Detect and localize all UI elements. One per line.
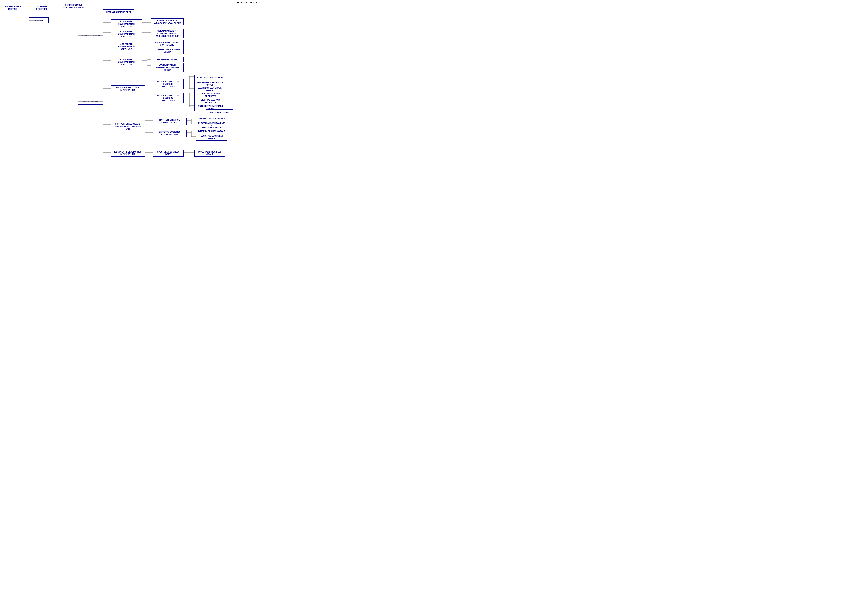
titanium-box: TITANIUM BUSINESS GROUP — [196, 116, 228, 122]
internal-audit-box: INTERNAL AUDITING DEPT. — [103, 9, 134, 15]
high-perf-dept-box: HIGH PERFORMANCE MATERIALS DEPT. — [153, 118, 187, 125]
rep-director-box: REPRESENTATIVE DIRECTOR PRESIDENT — [60, 3, 87, 10]
mat-sol-dept2-box: MATERIALS SOLUTION BUSINESS DEPT．, NO. 2 — [153, 93, 184, 103]
battery-dept-box: BATTERY & LOGISTICS EQUIPMENT DEPT. — [153, 130, 187, 137]
board-box: BOARD OF DIRECTORS — [29, 4, 54, 11]
auditor-box: AUDITOR — [29, 17, 49, 23]
logistics-group-box: LOGISTICS EQUIPMENT GROUP — [196, 134, 228, 141]
inv-dev-bu-box: INVESTMENT & DEVELOPMENT BUSINESS UNIT — [111, 150, 145, 156]
org-chart-page: As of APRIL 1ST, 2025 SHAREHOLDERS MEETI… — [0, 0, 260, 183]
corp-admin1-box: CORPORATE ADMINISTRATION DEPT．NO.1 — [111, 19, 142, 29]
inv-dept-box: INVESTMENT BUSINESS DEPT. — [153, 150, 184, 156]
dx-bpr-box: DX AND BPR GROUP — [150, 57, 184, 62]
corp-admin2-box: CORPORATE ADMINISTRATION DEPT．NO.2 — [111, 29, 142, 39]
mat-solutions-bu-box: MATERIALS SOLUTIONS BUSINESS UNIT — [111, 85, 145, 93]
corp-admin3-box: CORPORATE ADMINISTRATION DEPT．NO.3 — [111, 42, 142, 51]
inv-group-box: INVESTMENT BUSINESS GROUP — [194, 150, 225, 156]
date-label: As of APRIL 1ST, 2025 — [237, 2, 257, 4]
comm-group-box: COMMUNICATION AND DATA PROCESSING GROUP — [150, 63, 184, 72]
corp-div-box: CORPORATE DIVISION — [78, 32, 103, 39]
hpt-bu-box: HIGH PERFORMANCE AND TECHNOLOGIES BUSINE… — [111, 122, 145, 131]
corp-planning-box: CORPORATION PLANNING GROUP — [150, 47, 184, 54]
mat-sol-dept1-box: MATERIALS SOLUTION BUSINESS DEPT．, NO. 1 — [153, 79, 184, 89]
stainless-steel-box: STAINLESS STEEL GROUP — [194, 75, 225, 80]
battery-group-box: BATTERY BUSINESS GROUP — [196, 128, 228, 134]
hr-group-box: HUMAN RESOURCES AND COORDINATION GROUP — [150, 19, 184, 25]
hiroshima-box: HIROSHIMA OFFICE — [206, 109, 233, 115]
shareholders-box: SHAREHOLDERS MEETING — [0, 4, 25, 11]
corp-admin4-box: CORPORATE ADMINISTRATION DEPT．NO.4 — [111, 57, 142, 67]
risk-group-box: RISK MANAGEMENT , CORPORATE LEGAL AND LO… — [150, 29, 184, 38]
sales-div-box: SALES DIVISION — [78, 99, 103, 105]
